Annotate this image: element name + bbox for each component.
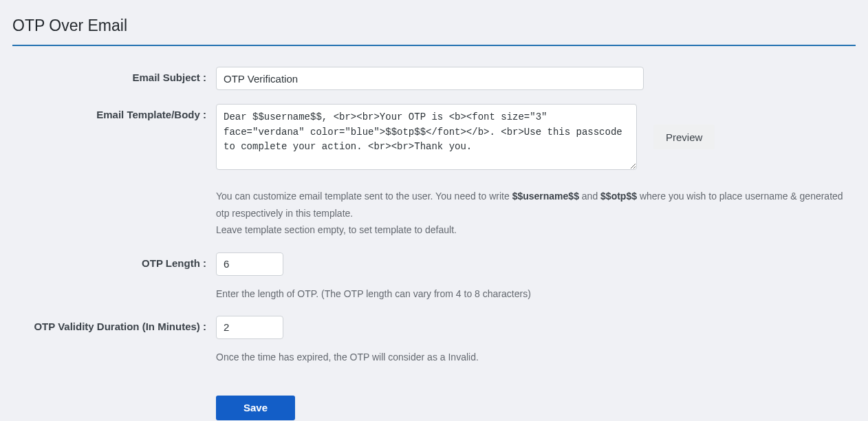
row-email-template: Email Template/Body : Preview You can cu… bbox=[12, 104, 856, 239]
row-email-subject: Email Subject : bbox=[12, 67, 856, 90]
help-text-part: and bbox=[579, 191, 600, 202]
preview-button[interactable]: Preview bbox=[653, 125, 715, 149]
help-email-template: You can customize email template sent to… bbox=[216, 188, 856, 239]
help-token-username: $$username$$ bbox=[512, 191, 579, 202]
row-otp-length: OTP Length : Enter the length of OTP. (T… bbox=[12, 252, 856, 299]
otp-length-input[interactable] bbox=[216, 252, 283, 276]
email-subject-input[interactable] bbox=[216, 67, 644, 90]
save-row: Save bbox=[216, 396, 856, 420]
help-text-line2: Leave template section empty, to set tem… bbox=[216, 224, 457, 235]
otp-over-email-settings: OTP Over Email Email Subject : Email Tem… bbox=[0, 0, 868, 421]
otp-validity-input[interactable] bbox=[216, 316, 283, 339]
label-email-template: Email Template/Body : bbox=[12, 104, 216, 120]
save-button[interactable]: Save bbox=[216, 396, 295, 420]
page-title: OTP Over Email bbox=[12, 17, 856, 35]
label-otp-length: OTP Length : bbox=[12, 252, 216, 269]
help-otp-length: Enter the length of OTP. (The OTP length… bbox=[216, 288, 856, 299]
help-token-otp: $$otp$$ bbox=[600, 191, 637, 202]
row-otp-validity: OTP Validity Duration (In Minutes) : Onc… bbox=[12, 316, 856, 363]
email-template-textarea[interactable] bbox=[216, 104, 637, 170]
label-otp-validity: OTP Validity Duration (In Minutes) : bbox=[12, 316, 216, 332]
label-email-subject: Email Subject : bbox=[12, 67, 216, 83]
help-otp-validity: Once the time has expired, the OTP will … bbox=[216, 352, 856, 363]
title-separator bbox=[12, 45, 856, 46]
help-text-part: You can customize email template sent to… bbox=[216, 191, 512, 202]
